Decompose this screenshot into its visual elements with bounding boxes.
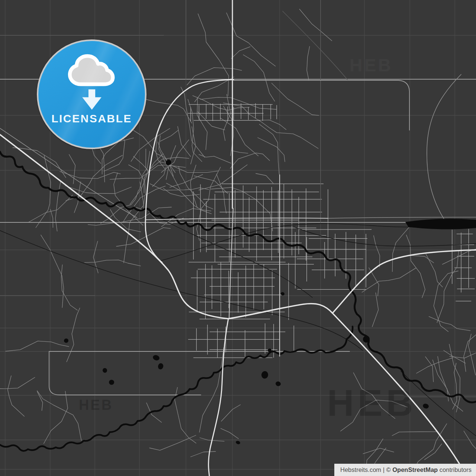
cloud-download-icon	[64, 53, 120, 112]
rail-yard	[405, 219, 476, 229]
attribution-separator: | ©	[381, 466, 392, 473]
pond	[422, 403, 429, 409]
river	[0, 327, 353, 451]
pond	[235, 440, 241, 445]
attribution-site-link[interactable]: Hebstreits.com	[340, 466, 381, 473]
attribution-source-link[interactable]: OpenStreetMap	[392, 466, 438, 473]
pond	[157, 363, 164, 370]
pond	[102, 367, 108, 373]
attribution-suffix: contributors	[438, 466, 472, 473]
watermark-text-top-right: HEB	[350, 55, 393, 75]
pond	[280, 292, 285, 296]
pond	[109, 380, 114, 385]
pond	[275, 381, 282, 387]
watermark-text-bottom-left: HEB	[79, 397, 113, 413]
badge-label: LICENSABLE	[51, 112, 132, 125]
pond	[152, 354, 160, 361]
licensable-badge[interactable]: LICENSABLE	[37, 39, 147, 149]
map-poster: HEB HEB HEB LICENSABLE Hebstreits.com | …	[0, 0, 476, 476]
cloud-shape	[70, 56, 113, 84]
watermark-text-bottom-right: HEB	[327, 382, 416, 424]
pond	[362, 334, 371, 344]
attribution-bar: Hebstreits.com | © OpenStreetMap contrib…	[334, 464, 476, 476]
pond	[63, 338, 69, 344]
city-arteries	[145, 175, 328, 356]
pond	[261, 371, 268, 379]
download-arrow-icon	[82, 89, 102, 110]
